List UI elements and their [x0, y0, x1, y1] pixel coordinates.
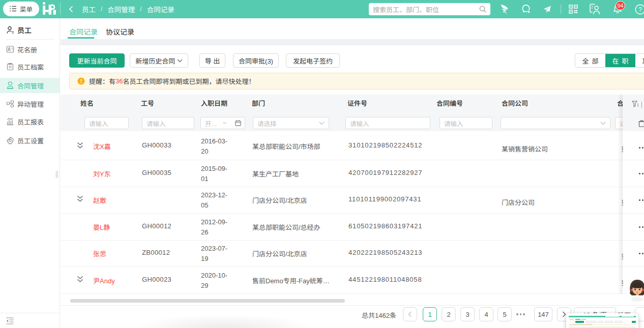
- svg-text:?: ?: [638, 6, 642, 13]
